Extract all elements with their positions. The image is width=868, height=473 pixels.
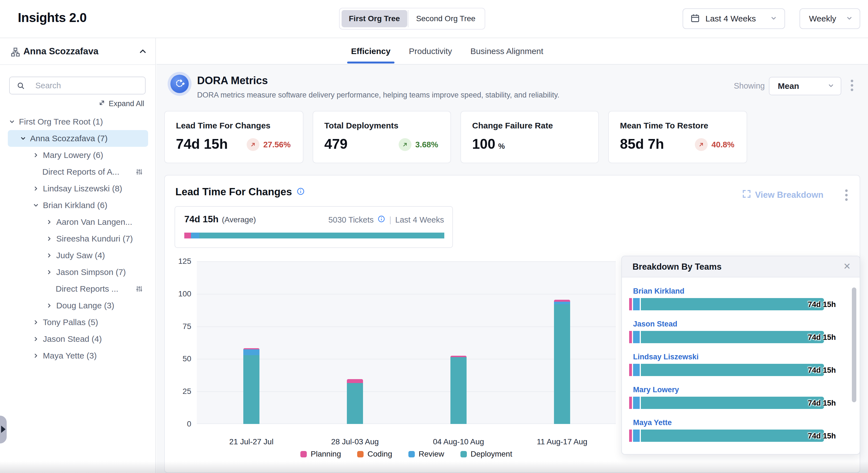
filter-sliders-icon[interactable] [135, 285, 143, 295]
expand-all-label: Expand All [108, 99, 144, 108]
org-chart-icon [10, 47, 21, 59]
granularity-select[interactable]: Weekly [800, 8, 860, 29]
tab-productivity[interactable]: Productivity [409, 38, 452, 64]
sidebar-collapse-button[interactable] [138, 47, 148, 56]
aggregation-select[interactable]: Mean [769, 77, 841, 95]
chevron-right-icon[interactable] [32, 352, 40, 360]
chevron-right-icon[interactable] [45, 301, 54, 310]
tree-item[interactable]: Jason Stead (4) [8, 331, 148, 347]
team-name-link[interactable]: Jason Stead [633, 320, 677, 328]
info-icon[interactable] [297, 187, 305, 197]
view-breakdown-button[interactable]: View Breakdown [742, 189, 824, 201]
chevron-down-icon[interactable] [8, 118, 16, 126]
breakdown-scrollbar-thumb[interactable] [852, 288, 856, 402]
dora-menu-button[interactable] [846, 77, 858, 94]
tree-item-label: Doug Lange (3) [56, 301, 114, 310]
chevron-right-icon[interactable] [32, 318, 40, 326]
trend-percent: 3.68% [415, 140, 438, 149]
tree-item[interactable]: Brian Kirkland (6) [8, 197, 148, 214]
info-icon[interactable] [377, 215, 385, 225]
x-axis-category-label: 11 Aug-17 Aug [520, 437, 604, 446]
tree-item[interactable]: Jason Simpson (7) [8, 264, 148, 280]
metric-card-value: 100% [472, 136, 505, 152]
team-bar-planning [629, 298, 632, 310]
tree-item[interactable]: Direct Reports ... [8, 280, 148, 297]
bar-segment-deployment [347, 383, 363, 424]
chevron-down-icon[interactable] [19, 134, 27, 143]
metric-card: Total Deployments4793.68% [313, 111, 451, 163]
panel-collapse-handle[interactable] [0, 416, 7, 443]
legend-label: Planning [311, 450, 341, 459]
team-bar-review [633, 298, 640, 310]
tree-item[interactable]: First Org Tree Root (1) [8, 113, 148, 130]
chart-gridline [197, 294, 616, 294]
tree-item[interactable]: Aaron Van Langen... [8, 214, 148, 230]
search-input[interactable] [35, 79, 142, 92]
close-icon[interactable]: ✕ [842, 261, 852, 272]
chart-gridline [197, 359, 616, 359]
aggregation-value: Mean [778, 81, 827, 91]
team-name-link[interactable]: Lindsay Liszewski [633, 353, 699, 361]
tree-item[interactable]: Judy Saw (4) [8, 247, 148, 264]
chart-gridline [197, 391, 616, 392]
tree-item[interactable]: Maya Yette (3) [8, 347, 148, 364]
org-tree-option[interactable]: First Org Tree [342, 10, 407, 27]
chevron-right-icon[interactable] [45, 251, 54, 260]
chevron-down-icon [770, 14, 778, 23]
lead-time-chart: 125100755025021 Jul-27 Jul28 Jul-03 Aug0… [197, 261, 616, 424]
org-tree-option[interactable]: Second Org Tree [409, 10, 483, 27]
granularity-value: Weekly [809, 14, 845, 23]
bar-segment-deployment [243, 355, 259, 424]
y-axis-tick-label: 125 [173, 257, 191, 266]
chevron-right-icon[interactable] [32, 335, 40, 343]
insights-page: Insights 2.0 First Org TreeSecond Org Tr… [0, 0, 868, 473]
stacked-bar [243, 348, 259, 424]
chevron-down-icon [827, 81, 835, 91]
stacked-bar [554, 300, 570, 424]
tab-business-alignment[interactable]: Business Alignment [470, 38, 544, 64]
chevron-down-icon[interactable] [32, 201, 40, 209]
team-value: 74d 15h [808, 333, 836, 342]
x-axis-category-label: 28 Jul-03 Aug [313, 437, 397, 446]
team-bar-deployment [641, 298, 824, 310]
tabs: EfficiencyProductivityBusiness Alignment [351, 38, 544, 64]
legend-swatch [460, 451, 467, 457]
tree-item[interactable]: Doug Lange (3) [8, 297, 148, 314]
filter-sliders-icon[interactable] [135, 168, 143, 178]
team-name-link[interactable]: Brian Kirkland [633, 287, 685, 296]
search-icon [17, 81, 25, 91]
team-phase-bar [629, 331, 824, 343]
toggle-divider [408, 10, 408, 27]
x-axis-category-label: 21 Jul-27 Jul [210, 437, 293, 446]
chevron-right-icon[interactable] [45, 235, 54, 243]
expand-all-button[interactable]: Expand All [98, 99, 144, 109]
team-bar-deployment [641, 331, 824, 343]
legend-label: Review [419, 450, 444, 459]
tree-item[interactable]: Tony Pallas (5) [8, 314, 148, 331]
trend-percent: 40.8% [712, 140, 734, 149]
tree-item[interactable]: Mary Lowery (6) [8, 147, 148, 164]
team-name-link[interactable]: Maya Yette [633, 418, 672, 427]
chevron-right-icon[interactable] [45, 218, 54, 226]
lead-time-menu-button[interactable] [841, 187, 852, 203]
average-value: 74d 15h [184, 214, 219, 225]
legend-swatch [300, 451, 307, 457]
metric-card-title: Total Deployments [324, 121, 398, 130]
tree-item[interactable]: Lindsay Liszewski (8) [8, 180, 148, 197]
tree-item[interactable]: Sireesha Kunduri (7) [8, 230, 148, 247]
y-axis-tick-label: 75 [173, 322, 191, 331]
chevron-right-icon[interactable] [32, 184, 40, 193]
date-range-select[interactable]: Last 4 Weeks [683, 8, 785, 29]
tab-efficiency[interactable]: Efficiency [351, 38, 391, 64]
y-axis-tick-label: 0 [173, 419, 191, 428]
dora-section-title: DORA Metrics [197, 75, 268, 87]
chevron-right-icon[interactable] [45, 268, 54, 276]
tree-item[interactable]: Direct Reports of A... [8, 164, 148, 180]
average-summary-box: 74d 15h (Average) 5030 Tickets | Last 4 … [175, 206, 453, 248]
trend-percent: 27.56% [264, 140, 291, 149]
tree-item[interactable]: Anna Scozzafava (7) [8, 130, 148, 147]
chevron-right-icon[interactable] [32, 151, 40, 159]
team-phase-bar [629, 430, 824, 442]
legend-label: Deployment [471, 450, 512, 459]
team-name-link[interactable]: Mary Lowery [633, 386, 679, 394]
